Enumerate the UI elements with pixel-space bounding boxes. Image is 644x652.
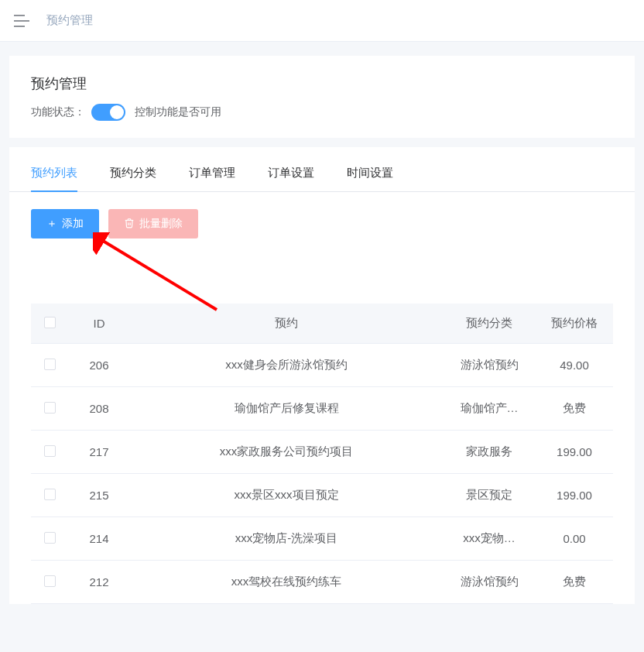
batch-delete-button[interactable]: 批量删除 <box>108 209 198 238</box>
tab-list[interactable]: 预约列表 <box>31 166 77 191</box>
plus-icon: ＋ <box>46 217 57 231</box>
col-category: 预约分类 <box>443 304 536 344</box>
table-row[interactable]: 215 xxx景区xxx项目预定 景区预定 199.00 <box>31 474 613 517</box>
feature-toggle[interactable] <box>91 104 125 121</box>
cell-id: 212 <box>68 561 130 604</box>
cell-category: xxx宠物… <box>443 517 536 561</box>
svg-line-1 <box>99 238 217 310</box>
cell-price: 0.00 <box>536 517 613 561</box>
toolbar: ＋ 添加 批量删除 <box>9 192 635 238</box>
add-button-label: 添加 <box>62 217 84 231</box>
cell-id: 214 <box>68 517 130 561</box>
cell-category: 景区预定 <box>443 474 536 517</box>
col-checkbox <box>31 304 68 344</box>
cell-id: 215 <box>68 474 130 517</box>
col-name: 预约 <box>130 304 443 344</box>
cell-name: xxx健身会所游泳馆预约 <box>130 344 443 387</box>
cell-price: 免费 <box>536 561 613 604</box>
row-checkbox[interactable] <box>44 575 56 587</box>
topbar: 预约管理 <box>0 0 644 42</box>
table-header-row: ID 预约 预约分类 预约价格 <box>31 304 613 344</box>
row-checkbox[interactable] <box>44 359 56 370</box>
tab-order[interactable]: 订单管理 <box>189 166 235 191</box>
add-button[interactable]: ＋ 添加 <box>31 209 99 238</box>
select-all-checkbox[interactable] <box>44 317 56 328</box>
cell-id: 217 <box>68 431 130 474</box>
cell-name: xxx景区xxx项目预定 <box>130 474 443 517</box>
cell-name: 瑜伽馆产后修复课程 <box>130 387 443 431</box>
cell-price: 49.00 <box>536 344 613 387</box>
cell-id: 206 <box>68 344 130 387</box>
cell-category: 瑜伽馆产… <box>443 387 536 431</box>
cell-name: xxx驾校在线预约练车 <box>130 561 443 604</box>
cell-category: 游泳馆预约 <box>443 561 536 604</box>
tab-order-settings[interactable]: 订单设置 <box>268 166 314 191</box>
row-checkbox[interactable] <box>44 489 56 500</box>
row-checkbox[interactable] <box>44 445 56 457</box>
content-panel: 预约列表 预约分类 订单管理 订单设置 时间设置 ＋ 添加 批量删除 <box>9 147 635 604</box>
table-row[interactable]: 217 xxx家政服务公司预约项目 家政服务 199.00 <box>31 431 613 474</box>
breadcrumb: 预约管理 <box>46 13 93 28</box>
cell-name: xxx家政服务公司预约项目 <box>130 431 443 474</box>
appointment-table: ID 预约 预约分类 预约价格 206 xxx健身会所游泳馆预约 游泳馆预约 4… <box>31 304 613 604</box>
cell-price: 免费 <box>536 387 613 431</box>
cell-name: xxx宠物店-洗澡项目 <box>130 517 443 561</box>
row-checkbox[interactable] <box>44 532 56 544</box>
cell-category: 家政服务 <box>443 431 536 474</box>
table-row[interactable]: 208 瑜伽馆产后修复课程 瑜伽馆产… 免费 <box>31 387 613 431</box>
cell-id: 208 <box>68 387 130 431</box>
status-hint: 控制功能是否可用 <box>135 105 221 119</box>
batch-delete-label: 批量删除 <box>139 217 183 231</box>
status-label: 功能状态： <box>31 105 85 119</box>
col-id: ID <box>68 304 130 344</box>
tabs: 预约列表 预约分类 订单管理 订单设置 时间设置 <box>9 166 635 192</box>
tab-time-settings[interactable]: 时间设置 <box>347 166 393 191</box>
table-row[interactable]: 212 xxx驾校在线预约练车 游泳馆预约 免费 <box>31 561 613 604</box>
cell-price: 199.00 <box>536 431 613 474</box>
settings-panel: 预约管理 功能状态： 控制功能是否可用 <box>9 56 635 138</box>
trash-icon <box>124 218 135 231</box>
cell-price: 199.00 <box>536 474 613 517</box>
table-row[interactable]: 206 xxx健身会所游泳馆预约 游泳馆预约 49.00 <box>31 344 613 387</box>
cell-category: 游泳馆预约 <box>443 344 536 387</box>
page-title: 预约管理 <box>31 74 613 93</box>
status-row: 功能状态： 控制功能是否可用 <box>31 104 613 121</box>
col-price: 预约价格 <box>536 304 613 344</box>
row-checkbox[interactable] <box>44 402 56 414</box>
table-row[interactable]: 214 xxx宠物店-洗澡项目 xxx宠物… 0.00 <box>31 517 613 561</box>
table-wrap: ID 预约 预约分类 预约价格 206 xxx健身会所游泳馆预约 游泳馆预约 4… <box>9 304 635 604</box>
menu-toggle-icon[interactable] <box>14 15 29 27</box>
tab-category[interactable]: 预约分类 <box>110 166 156 191</box>
